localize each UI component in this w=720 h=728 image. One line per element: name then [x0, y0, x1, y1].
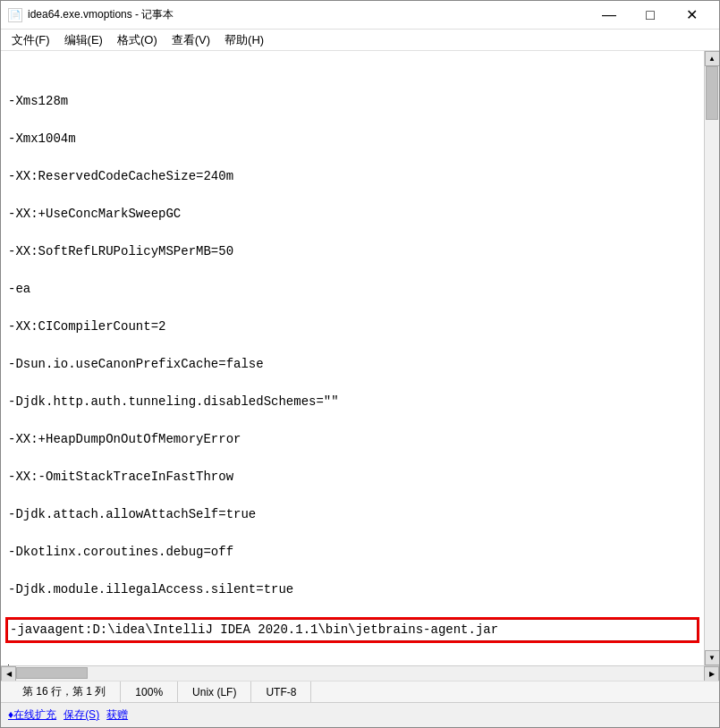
- save-link[interactable]: 保存(S): [64, 707, 99, 723]
- scroll-thumb-vertical[interactable]: [706, 66, 718, 120]
- text-editor[interactable]: -Xms128m -Xmx1004m -XX:ReservedCodeCache…: [1, 51, 704, 665]
- zoom-text: 100%: [135, 686, 163, 698]
- menu-help[interactable]: 帮助(H): [217, 30, 271, 50]
- bottom-bar: ♦在线扩充 保存(S) 获赠: [1, 702, 719, 727]
- menu-format[interactable]: 格式(O): [110, 30, 165, 50]
- line-ending: Unix (LF): [178, 681, 251, 702]
- scroll-left-button[interactable]: ◀: [1, 666, 16, 681]
- scroll-right-button[interactable]: ▶: [704, 666, 719, 681]
- status-bar: 第 16 行，第 1 列 100% Unix (LF) UTF-8: [1, 681, 719, 702]
- minimize-button[interactable]: —: [589, 1, 630, 30]
- menu-view[interactable]: 查看(V): [165, 30, 217, 50]
- line-5: -XX:SoftRefLRUPolicyMSPerMB=50: [8, 242, 697, 261]
- line-6: -ea: [8, 280, 697, 299]
- line-13: -Dkotlinx.coroutines.debug=off: [8, 543, 697, 562]
- app-icon: 📄: [8, 8, 22, 22]
- horizontal-scrollbar: ◀ ▶: [1, 665, 719, 681]
- line-9: -Djdk.http.auth.tunneling.disabledScheme…: [8, 393, 697, 411]
- line-14: -Djdk.module.illegalAccess.silent=true: [8, 580, 697, 599]
- zoom-level: 100%: [121, 681, 178, 702]
- notepad-window: 📄 idea64.exe.vmoptions - 记事本 — □ ✕ 文件(F)…: [0, 0, 720, 728]
- vertical-scrollbar: ▲ ▼: [704, 51, 719, 665]
- window-controls: — □ ✕: [589, 1, 712, 30]
- scroll-thumb-horizontal[interactable]: [16, 667, 88, 679]
- scroll-down-button[interactable]: ▼: [705, 650, 720, 665]
- title-bar: 📄 idea64.exe.vmoptions - 记事本 — □ ✕: [1, 1, 719, 30]
- line-ending-text: Unix (LF): [192, 686, 236, 698]
- line-4: -XX:+UseConcMarkSweepGC: [8, 205, 697, 224]
- line-11: -XX:-OmitStackTraceInFastThrow: [8, 468, 697, 487]
- encoding-text: UTF-8: [266, 686, 296, 698]
- editor-main: -Xms128m -Xmx1004m -XX:ReservedCodeCache…: [1, 51, 719, 665]
- online-expand-link[interactable]: ♦在线扩充: [8, 707, 56, 723]
- line-15-highlighted: -javaagent:D:\idea\IntelliJ IDEA 2020.1.…: [6, 618, 699, 642]
- line-1: -Xms128m: [8, 92, 697, 111]
- line-3: -XX:ReservedCodeCacheSize=240m: [8, 167, 697, 186]
- cursor-position: 第 16 行，第 1 列: [8, 681, 121, 702]
- line-16-cursor: [8, 661, 697, 665]
- menu-edit[interactable]: 编辑(E): [57, 30, 110, 50]
- line-12: -Djdk.attach.allowAttachSelf=true: [8, 505, 697, 524]
- menu-bar: 文件(F) 编辑(E) 格式(O) 查看(V) 帮助(H): [1, 30, 719, 51]
- position-text: 第 16 行，第 1 列: [22, 684, 106, 699]
- encoding: UTF-8: [251, 681, 311, 702]
- scroll-track-vertical[interactable]: [705, 66, 719, 650]
- line-10: -XX:+HeapDumpOnOutOfMemoryError: [8, 430, 697, 449]
- close-button[interactable]: ✕: [671, 1, 712, 30]
- line-8: -Dsun.io.useCanonPrefixCache=false: [8, 355, 697, 374]
- menu-file[interactable]: 文件(F): [4, 30, 57, 50]
- scroll-track-horizontal[interactable]: [16, 666, 704, 681]
- editor-wrapper: -Xms128m -Xmx1004m -XX:ReservedCodeCache…: [1, 51, 719, 681]
- line-7: -XX:CICompilerCount=2: [8, 317, 697, 336]
- gift-link[interactable]: 获赠: [106, 707, 128, 723]
- scroll-up-button[interactable]: ▲: [705, 51, 720, 66]
- window-title: idea64.exe.vmoptions - 记事本: [28, 7, 589, 22]
- maximize-button[interactable]: □: [630, 1, 671, 30]
- line-2: -Xmx1004m: [8, 130, 697, 148]
